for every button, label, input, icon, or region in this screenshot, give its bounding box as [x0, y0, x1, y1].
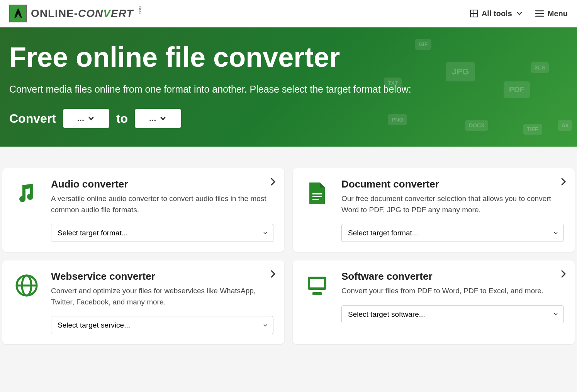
- card-desc: Our free document converter selection th…: [341, 193, 564, 215]
- chevron-down-icon: [159, 115, 167, 122]
- card-desc: Convert and optimize your files for webs…: [51, 286, 273, 308]
- all-tools-button[interactable]: All tools: [470, 9, 523, 18]
- globe-icon: [13, 272, 40, 299]
- music-icon: [13, 180, 40, 207]
- software-select[interactable]: Select target software...: [341, 305, 564, 323]
- logo-com: .COM: [138, 6, 142, 15]
- audio-converter-card: Audio converter A versatile online audio…: [2, 168, 284, 252]
- menu-button[interactable]: Menu: [535, 9, 568, 18]
- logo-text: ONLINE-CONVERT: [31, 7, 134, 20]
- convert-label: Convert: [9, 112, 56, 126]
- svg-rect-13: [310, 279, 324, 287]
- card-desc: A versatile online audio converter to co…: [51, 193, 273, 215]
- svg-rect-8: [312, 199, 319, 200]
- chevron-down-icon: [87, 115, 95, 122]
- card-title: Audio converter: [51, 178, 273, 190]
- card-link-chevron[interactable]: [270, 177, 276, 186]
- header-nav: All tools Menu: [470, 9, 568, 18]
- logo-icon: [9, 5, 27, 22]
- card-link-chevron[interactable]: [561, 270, 566, 278]
- convert-from-value: ...: [77, 113, 84, 123]
- svg-rect-7: [312, 196, 322, 197]
- document-format-select[interactable]: Select target format...: [341, 224, 564, 242]
- card-title: Software converter: [341, 270, 564, 282]
- chevron-right-icon: [561, 270, 566, 278]
- document-icon: [304, 180, 331, 207]
- convert-to-value: ...: [149, 113, 156, 123]
- card-title: Document converter: [341, 178, 564, 190]
- audio-format-select[interactable]: Select target format...: [51, 224, 273, 242]
- card-title: Webservice converter: [51, 270, 273, 282]
- menu-label: Menu: [548, 9, 568, 18]
- convert-from-select[interactable]: ...: [63, 109, 109, 128]
- document-converter-card: Document converter Our free document con…: [293, 168, 575, 252]
- hamburger-icon: [535, 10, 544, 17]
- convert-to-select[interactable]: ...: [135, 109, 181, 128]
- hero-subtitle: Convert media files online from one form…: [9, 84, 568, 95]
- webservice-select[interactable]: Select target service...: [51, 316, 273, 334]
- header: ONLINE-CONVERT .COM All tools Menu: [0, 0, 577, 27]
- chevron-right-icon: [270, 270, 276, 278]
- logo[interactable]: ONLINE-CONVERT .COM: [9, 5, 142, 22]
- card-link-chevron[interactable]: [561, 177, 566, 186]
- svg-rect-6: [312, 193, 322, 194]
- grid-icon: [470, 10, 478, 17]
- webservice-converter-card: Webservice converter Convert and optimiz…: [2, 260, 284, 344]
- convert-bar: Convert ... to ...: [9, 109, 568, 128]
- chevron-right-icon: [561, 177, 566, 186]
- all-tools-label: All tools: [482, 9, 512, 18]
- computer-icon: [304, 272, 331, 299]
- card-desc: Convert your files from PDF to Word, PDF…: [341, 286, 564, 297]
- chevron-right-icon: [270, 177, 276, 186]
- chevron-down-icon: [516, 10, 523, 17]
- converter-cards: Audio converter A versatile online audio…: [0, 147, 577, 352]
- to-label: to: [116, 112, 128, 126]
- hero-title: Free online file converter: [9, 41, 568, 73]
- svg-rect-14: [312, 292, 322, 295]
- card-link-chevron[interactable]: [270, 270, 276, 278]
- hero: GIF JPG TXT PDF XLS PNG DOCX TIFF Aa Fre…: [0, 27, 577, 147]
- software-converter-card: Software converter Convert your files fr…: [293, 260, 575, 344]
